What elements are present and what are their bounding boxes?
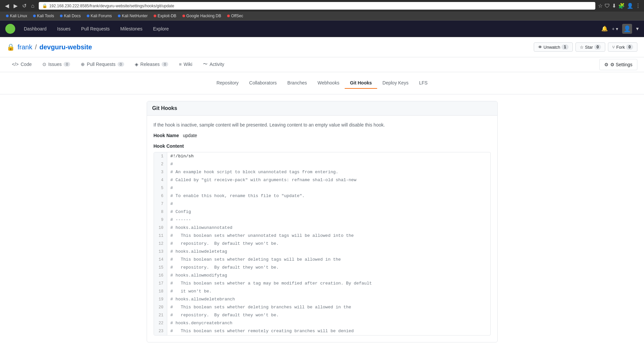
bookmark-star-button[interactable]: ☆ [598, 3, 603, 9]
line-number: 10 [154, 224, 167, 232]
table-row: 7# [154, 200, 490, 208]
settings-button[interactable]: ⋮ [635, 3, 641, 9]
bookmark-icon [227, 15, 230, 17]
url-text: 192.168.230.222:8585/frank/devguru-websi… [49, 4, 592, 8]
tab-releases[interactable]: ◈ Releases 0 [129, 57, 174, 72]
line-content: # hooks.denycreatebranch [167, 319, 236, 327]
nav-explore[interactable]: Explore [151, 25, 171, 33]
subnav-branches[interactable]: Branches [282, 78, 312, 89]
tab-code-label: Code [21, 62, 31, 67]
unwatch-button[interactable]: 👁 Unwatch 1 [534, 42, 573, 52]
line-number: 15 [154, 264, 167, 272]
code-editor[interactable]: 1#!/bin/sh2#3# An example hook script to… [154, 152, 491, 336]
line-number: 20 [154, 303, 167, 311]
bookmark-kali-tools[interactable]: Kali Tools [30, 13, 57, 19]
line-content: # [167, 184, 176, 192]
table-row: 18# it won't be. [154, 287, 490, 295]
browser-nav-buttons: ◀ ▶ ↺ ⌂ [3, 2, 36, 10]
refresh-button[interactable]: ↺ [21, 2, 28, 10]
tab-code[interactable]: </> Code [7, 57, 37, 72]
pr-badge: 0 [118, 62, 124, 67]
line-content: # repository. By default they won't be. [167, 311, 282, 319]
line-content: # This boolean sets whether remotely cre… [167, 327, 357, 335]
repo-header: 🔒 frank / devguru-website 👁 Unwatch 1 ☆ … [0, 37, 644, 57]
home-button[interactable]: ⌂ [29, 2, 36, 10]
table-row: 1#!/bin/sh [154, 152, 490, 160]
line-content: # [167, 160, 176, 168]
line-content: # This boolean sets whether deleting tag… [167, 256, 344, 264]
bookmark-exploit-db[interactable]: Exploit-DB [151, 13, 179, 19]
table-row: 12# repository. By default they won't be… [154, 240, 490, 248]
line-number: 13 [154, 248, 167, 256]
extension-button[interactable]: 🧩 [618, 3, 625, 9]
tab-releases-label: Releases [140, 62, 160, 67]
table-row: 11# This boolean sets whether unannotate… [154, 232, 490, 240]
bookmark-icon [87, 15, 89, 17]
unwatch-label: Unwatch [544, 45, 561, 50]
line-number: 3 [154, 168, 167, 176]
table-row: 17# This boolean sets whether a tag may … [154, 280, 490, 287]
subnav-lfs[interactable]: LFS [414, 78, 433, 89]
bookmark-icon [6, 15, 9, 17]
line-number: 2 [154, 160, 167, 168]
issues-badge: 0 [64, 62, 70, 67]
line-number: 11 [154, 232, 167, 240]
bookmark-google-hacking[interactable]: Google Hacking DB [180, 13, 224, 19]
line-content: # it won't be. [167, 287, 215, 295]
bookmark-offsec[interactable]: OffSec [224, 13, 246, 19]
star-label: Star [585, 45, 593, 50]
tab-wiki[interactable]: ≡ Wiki [173, 57, 198, 72]
line-number: 17 [154, 280, 167, 287]
nav-issues[interactable]: Issues [55, 25, 73, 33]
repo-owner-link[interactable]: frank [18, 43, 32, 51]
bookmark-kali-forums[interactable]: Kali Forums [84, 13, 115, 19]
shield-button[interactable]: 🛡 [605, 3, 610, 9]
line-number: 12 [154, 240, 167, 248]
repo-name-link[interactable]: devguru-website [39, 43, 92, 51]
nav-pull-requests[interactable]: Pull Requests [79, 25, 112, 33]
repo-actions: 👁 Unwatch 1 ☆ Star 0 ⑂ Fork 0 [534, 42, 637, 52]
site-logo[interactable] [5, 24, 15, 34]
table-row: 22# hooks.denycreatebranch [154, 319, 490, 327]
bookmark-kali-linux[interactable]: Kali Linux [3, 13, 30, 19]
tab-issues[interactable]: ⊙ Issues 0 [37, 57, 76, 72]
subnav-collaborators[interactable]: Collaborators [244, 78, 282, 89]
back-button[interactable]: ◀ [3, 2, 11, 10]
line-content: # Called by "git receive-pack" with argu… [167, 176, 360, 184]
top-navbar: Dashboard Issues Pull Requests Milestone… [0, 21, 644, 37]
repo-separator: / [35, 43, 37, 51]
fork-label: Fork [616, 45, 625, 50]
table-row: 8# Config [154, 208, 490, 216]
notifications-button[interactable]: 🔔 [601, 26, 608, 32]
add-button[interactable]: + ▾ [612, 26, 618, 31]
fork-button[interactable]: ⑂ Fork 0 [608, 42, 637, 52]
bookmark-label: Exploit-DB [158, 14, 176, 18]
subnav-webhooks[interactable]: Webhooks [312, 78, 345, 89]
table-row: 23# This boolean sets whether remotely c… [154, 327, 490, 335]
releases-icon: ◈ [135, 62, 138, 67]
subnav-repository[interactable]: Repository [211, 78, 244, 89]
tab-activity[interactable]: 〜 Activity [198, 57, 229, 72]
forward-button[interactable]: ▶ [12, 2, 19, 10]
avatar[interactable]: 👤 [622, 24, 632, 34]
nav-milestones[interactable]: Milestones [118, 25, 144, 33]
table-row: 16# hooks.allowmodifytag [154, 272, 490, 280]
bookmark-kali-docs[interactable]: Kali Docs [57, 13, 83, 19]
nav-dashboard[interactable]: Dashboard [22, 25, 49, 33]
profile-button[interactable]: 👤 [627, 3, 633, 9]
fork-icon: ⑂ [612, 45, 615, 50]
bookmark-kali-nethunter[interactable]: Kali NetHunter [115, 13, 150, 19]
subnav-deploy-keys[interactable]: Deploy Keys [377, 78, 414, 89]
user-menu-button[interactable]: ▾ [636, 26, 639, 32]
line-number: 8 [154, 208, 167, 216]
address-bar[interactable]: 🔒 192.168.230.222:8585/frank/devguru-web… [39, 2, 595, 10]
download-button[interactable]: ⬇ [612, 3, 616, 9]
tab-pull-requests[interactable]: ⊕ Pull Requests 0 [75, 57, 129, 72]
line-content: # hooks.allowdeletebranch [167, 295, 238, 303]
settings-tab-button[interactable]: ⚙ ⚙ Settings [599, 59, 637, 70]
subnav-git-hooks[interactable]: Git Hooks [345, 78, 377, 89]
hook-name-row: Hook Name update [154, 133, 491, 138]
star-button[interactable]: ☆ Star 0 [575, 42, 606, 52]
line-content: # An example hook script to block unanno… [167, 168, 342, 176]
tab-pr-label: Pull Requests [87, 62, 115, 67]
